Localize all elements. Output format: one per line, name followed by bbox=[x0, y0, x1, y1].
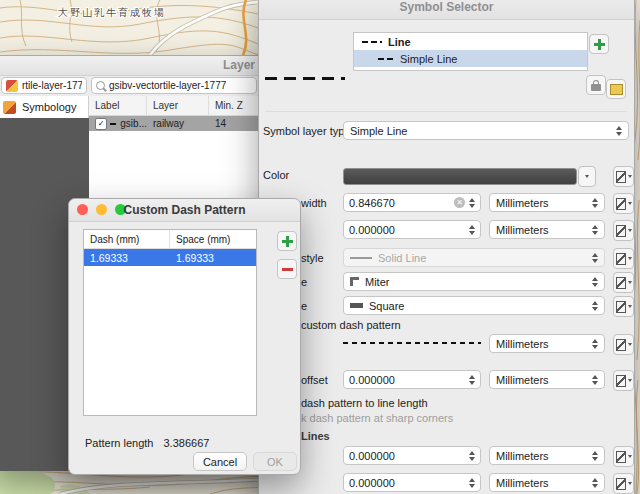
data-defined-icon bbox=[616, 375, 626, 387]
stepper[interactable] bbox=[469, 225, 475, 235]
sidebar-item-symbology[interactable]: Symbology bbox=[0, 96, 89, 118]
offset-input[interactable]: 0.000000 bbox=[343, 220, 481, 239]
stroke-style-value: Solid Line bbox=[378, 252, 426, 264]
unit-value: Millimeters bbox=[496, 477, 549, 489]
dash-override-button[interactable] bbox=[613, 334, 634, 355]
dash-offset-override-button[interactable] bbox=[613, 370, 634, 391]
cancel-button[interactable]: Cancel bbox=[193, 452, 247, 471]
lock-icon bbox=[591, 84, 601, 91]
add-dash-row-button[interactable] bbox=[277, 231, 297, 251]
search-icon bbox=[96, 81, 105, 90]
dash-pattern-preview[interactable] bbox=[343, 334, 481, 353]
symbology-icon bbox=[3, 101, 16, 114]
stepper[interactable] bbox=[469, 478, 475, 488]
symbol-selector-titlebar[interactable]: Symbol Selector bbox=[259, 0, 634, 20]
dash-table: Dash (mm) Space (mm) 1.69333 1.69333 bbox=[83, 229, 257, 416]
stroke-style-override-button[interactable] bbox=[613, 248, 634, 269]
tree-item-simple-line[interactable]: Simple Line bbox=[354, 50, 587, 67]
data-defined-icon bbox=[616, 301, 626, 313]
chevron-updown-icon bbox=[592, 198, 598, 208]
trim-end-input[interactable]: 0.000000 bbox=[343, 473, 481, 492]
stroke-width-unit-select[interactable]: Millimeters bbox=[489, 193, 605, 212]
dash-dialog-title: Custom Dash Pattern bbox=[69, 203, 300, 217]
pattern-length-value: 3.386667 bbox=[164, 437, 210, 449]
cap-style-label: e bbox=[301, 300, 307, 312]
trim-end-override-button[interactable] bbox=[613, 473, 634, 494]
unit-value: Millimeters bbox=[496, 224, 549, 236]
column-header-layer[interactable]: Layer bbox=[147, 96, 209, 115]
ok-button[interactable]: OK bbox=[253, 452, 297, 471]
trim-end-unit-select[interactable]: Millimeters bbox=[489, 473, 605, 492]
line-symbol-icon bbox=[362, 41, 382, 43]
lock-color-button[interactable] bbox=[586, 75, 606, 95]
cap-style-select[interactable]: Square bbox=[343, 296, 605, 315]
use-custom-dash-label[interactable]: custom dash pattern bbox=[301, 319, 401, 331]
visibility-checkbox[interactable]: ✓ bbox=[95, 118, 107, 130]
layer-search-value: gsibv-vectortile-layer-1777 bbox=[109, 80, 226, 91]
cap-style-override-button[interactable] bbox=[613, 296, 634, 317]
minus-icon bbox=[282, 268, 293, 271]
unit-value: Millimeters bbox=[496, 374, 549, 386]
line-symbol-icon bbox=[110, 123, 117, 125]
dash-offset-unit-select[interactable]: Millimeters bbox=[489, 370, 605, 389]
tweak-dash-label[interactable]: k dash pattern at sharp corners bbox=[301, 412, 453, 424]
symbol-layers-tree: Line Simple Line bbox=[353, 32, 588, 71]
style-filter-input[interactable]: rtile-layer-1777 bbox=[1, 77, 87, 94]
trim-start-unit-select[interactable]: Millimeters bbox=[489, 446, 605, 465]
trim-start-value: 0.000000 bbox=[349, 450, 395, 462]
trim-lines-section-label: Lines bbox=[301, 430, 330, 442]
color-button[interactable] bbox=[343, 168, 577, 185]
stepper[interactable] bbox=[469, 451, 475, 461]
dash-row[interactable]: 1.69333 1.69333 bbox=[84, 249, 256, 266]
data-defined-icon bbox=[616, 277, 626, 289]
color-override-button[interactable] bbox=[613, 166, 634, 187]
dash-unit-select[interactable]: Millimeters bbox=[489, 334, 605, 353]
stroke-style-label: style bbox=[301, 252, 324, 264]
dash-dialog-titlebar[interactable]: Custom Dash Pattern bbox=[69, 199, 300, 222]
chevron-updown-icon bbox=[616, 126, 622, 136]
symbol-layer-type-select[interactable]: Simple Line bbox=[343, 121, 629, 140]
offset-unit-select[interactable]: Millimeters bbox=[489, 220, 605, 239]
remove-dash-row-button[interactable] bbox=[277, 259, 297, 279]
trim-start-input[interactable]: 0.000000 bbox=[343, 446, 481, 465]
layer-window-title: Layer bbox=[223, 58, 255, 72]
chevron-updown-icon bbox=[592, 451, 598, 461]
align-dash-label[interactable]: dash pattern to line length bbox=[301, 397, 428, 409]
stroke-width-label: width bbox=[301, 197, 327, 209]
join-style-select[interactable]: Miter bbox=[343, 272, 605, 291]
layer-search-input[interactable]: gsibv-vectortile-layer-1777 bbox=[91, 77, 257, 94]
pattern-length-row: Pattern length 3.386667 bbox=[85, 437, 209, 449]
column-header-space[interactable]: Space (mm) bbox=[170, 230, 256, 248]
stroke-style-select[interactable]: Solid Line bbox=[343, 248, 605, 267]
color-dropdown-button[interactable] bbox=[578, 166, 596, 187]
pattern-length-label: Pattern length bbox=[85, 437, 154, 449]
style-palette-icon bbox=[6, 80, 18, 92]
dash-offset-input[interactable]: 0.000000 bbox=[343, 370, 481, 389]
duplicate-icon bbox=[610, 84, 623, 95]
column-header-dash[interactable]: Dash (mm) bbox=[84, 230, 170, 248]
space-value[interactable]: 1.69333 bbox=[170, 252, 256, 264]
clear-icon[interactable]: ✕ bbox=[454, 197, 465, 208]
stroke-width-input[interactable]: 0.846670 ✕ bbox=[343, 193, 481, 212]
add-symbol-layer-button[interactable] bbox=[589, 34, 609, 54]
column-header-minzoom[interactable]: Min. Z bbox=[209, 96, 259, 115]
dash-value[interactable]: 1.69333 bbox=[84, 252, 170, 264]
stroke-width-override-button[interactable] bbox=[613, 193, 634, 214]
tree-item-line[interactable]: Line bbox=[354, 33, 587, 50]
miter-join-icon bbox=[350, 277, 359, 286]
stepper[interactable] bbox=[469, 198, 475, 208]
join-style-override-button[interactable] bbox=[613, 272, 634, 293]
stepper[interactable] bbox=[469, 375, 475, 385]
offset-override-button[interactable] bbox=[613, 220, 634, 241]
duplicate-symbol-button[interactable] bbox=[606, 79, 626, 99]
unit-value: Millimeters bbox=[496, 450, 549, 462]
stroke-width-value: 0.846670 bbox=[349, 197, 395, 209]
row-layer: railway bbox=[147, 118, 209, 129]
chevron-updown-icon bbox=[592, 277, 598, 287]
data-defined-icon bbox=[616, 171, 626, 183]
symbol-layer-type-value: Simple Line bbox=[350, 125, 407, 137]
chevron-updown-icon bbox=[592, 339, 598, 349]
offset-value: 0.000000 bbox=[349, 224, 395, 236]
column-header-label[interactable]: Label bbox=[89, 96, 147, 115]
trim-start-override-button[interactable] bbox=[613, 446, 634, 467]
